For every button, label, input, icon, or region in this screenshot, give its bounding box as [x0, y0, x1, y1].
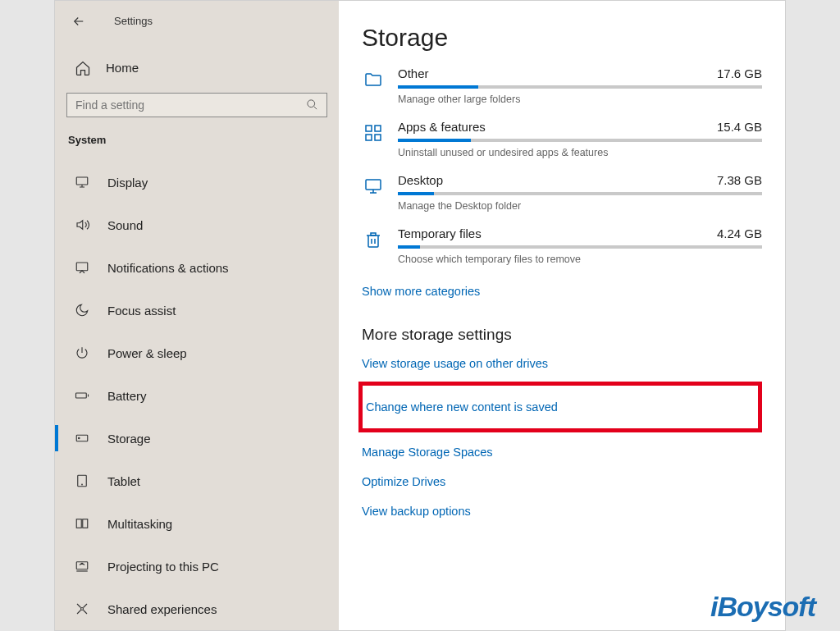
more-links: View storage usage on other drivesChange…	[362, 349, 762, 526]
multitask-icon	[73, 514, 91, 533]
sidebar-item-label: Shared experiences	[107, 602, 217, 616]
more-settings-heading: More storage settings	[362, 326, 762, 344]
search-icon	[306, 98, 318, 111]
window-title: Settings	[114, 15, 153, 27]
desktop-icon	[362, 175, 385, 198]
svg-point-5	[79, 437, 80, 439]
sidebar-item-label: Power & sleep	[107, 346, 187, 360]
svg-point-7	[82, 484, 83, 485]
storage-icon	[73, 429, 91, 447]
folder-icon	[362, 68, 385, 91]
sidebar: Settings Home System DisplaySoundNotific…	[55, 1, 339, 630]
storage-bar	[398, 85, 762, 89]
svg-rect-14	[366, 135, 372, 140]
trash-icon	[362, 228, 385, 251]
link-view-storage-usage-on-other-drives[interactable]: View storage usage on other drives	[362, 349, 762, 378]
sidebar-item-label: Notifications & actions	[107, 261, 229, 275]
sidebar-item-label: Projecting to this PC	[107, 560, 219, 574]
sidebar-item-focus-assist[interactable]: Focus assist	[55, 289, 339, 332]
storage-bar	[398, 192, 762, 195]
sidebar-item-multitasking[interactable]: Multitasking	[55, 502, 339, 545]
sidebar-item-display[interactable]: Display	[55, 161, 339, 203]
link-view-backup-options[interactable]: View backup options	[362, 496, 762, 526]
sidebar-item-projecting-to-this-pc[interactable]: Projecting to this PC	[55, 545, 339, 588]
section-label: System	[55, 126, 339, 161]
battery-icon	[73, 386, 91, 405]
watermark-logo: iBoysoft	[710, 591, 815, 623]
highlight-box: Change where new content is saved	[358, 382, 762, 432]
moon-icon	[73, 301, 91, 319]
storage-list: Other17.6 GBManage other large foldersAp…	[362, 63, 762, 277]
link-change-where-new-content-is-saved[interactable]: Change where new content is saved	[366, 392, 750, 422]
storage-item-name: Other	[398, 66, 429, 80]
show-more-link[interactable]: Show more categories	[362, 277, 762, 306]
storage-item-name: Temporary files	[398, 226, 482, 240]
page-title: Storage	[362, 24, 762, 52]
home-label: Home	[106, 61, 139, 75]
shared-icon	[73, 600, 91, 618]
sidebar-item-notifications-actions[interactable]: Notifications & actions	[55, 246, 339, 289]
svg-rect-3	[76, 393, 87, 398]
nav-list: DisplaySoundNotifications & actionsFocus…	[55, 161, 339, 630]
storage-item-desc: Manage the Desktop folder	[398, 200, 762, 212]
storage-item-name: Desktop	[398, 173, 443, 187]
svg-point-11	[81, 608, 84, 610]
storage-item-desc: Manage other large folders	[398, 94, 762, 105]
sidebar-item-label: Display	[107, 176, 148, 190]
home-button[interactable]: Home	[55, 50, 339, 86]
svg-rect-15	[375, 135, 381, 140]
sidebar-item-label: Sound	[107, 218, 143, 232]
sidebar-item-battery[interactable]: Battery	[55, 374, 339, 417]
apps-icon	[362, 121, 385, 144]
home-icon	[73, 58, 93, 78]
storage-item-size: 15.4 GB	[717, 120, 762, 134]
sound-icon	[73, 216, 91, 234]
notification-icon	[73, 258, 91, 277]
storage-item-name: Apps & features	[398, 120, 486, 134]
svg-rect-16	[366, 180, 381, 190]
storage-bar	[398, 245, 762, 249]
svg-rect-2	[76, 263, 88, 271]
sidebar-item-tablet[interactable]: Tablet	[55, 460, 339, 502]
storage-item-desc: Choose which temporary files to remove	[398, 254, 762, 265]
search-input[interactable]	[75, 98, 306, 112]
sidebar-item-storage[interactable]: Storage	[55, 417, 339, 460]
sidebar-item-sound[interactable]: Sound	[55, 203, 339, 246]
svg-rect-9	[83, 519, 88, 528]
storage-item-size: 17.6 GB	[717, 66, 762, 80]
storage-item-desc: Uninstall unused or undesired apps & fea…	[398, 147, 762, 158]
back-arrow-icon[interactable]	[71, 14, 94, 29]
svg-rect-12	[366, 126, 372, 131]
link-optimize-drives[interactable]: Optimize Drives	[362, 467, 762, 496]
sidebar-item-label: Storage	[107, 432, 151, 446]
sidebar-item-shared-experiences[interactable]: Shared experiences	[55, 588, 339, 630]
storage-bar	[398, 139, 762, 142]
sidebar-item-label: Focus assist	[107, 304, 176, 318]
sidebar-item-label: Multitasking	[107, 517, 172, 531]
monitor-icon	[73, 173, 91, 191]
topbar: Settings	[55, 7, 339, 35]
storage-item-temporary-files[interactable]: Temporary files4.24 GBChoose which tempo…	[362, 223, 762, 277]
storage-item-apps-features[interactable]: Apps & features15.4 GBUninstall unused o…	[362, 117, 762, 170]
power-icon	[73, 344, 91, 362]
link-manage-storage-spaces[interactable]: Manage Storage Spaces	[362, 437, 762, 467]
project-icon	[73, 557, 91, 575]
svg-rect-8	[76, 519, 81, 528]
settings-window: Settings Home System DisplaySoundNotific…	[54, 0, 786, 631]
sidebar-item-power-sleep[interactable]: Power & sleep	[55, 332, 339, 374]
main-pane: Storage Other17.6 GBManage other large f…	[339, 1, 785, 630]
storage-item-size: 7.38 GB	[717, 173, 762, 187]
storage-item-desktop[interactable]: Desktop7.38 GBManage the Desktop folder	[362, 170, 762, 223]
search-box[interactable]	[66, 93, 327, 117]
tablet-icon	[73, 472, 91, 490]
svg-point-0	[308, 100, 315, 107]
sidebar-item-label: Battery	[107, 389, 147, 403]
storage-item-other[interactable]: Other17.6 GBManage other large folders	[362, 63, 762, 117]
svg-rect-13	[375, 126, 381, 131]
storage-item-size: 4.24 GB	[717, 226, 762, 240]
sidebar-item-label: Tablet	[107, 474, 140, 488]
svg-rect-1	[76, 177, 88, 185]
